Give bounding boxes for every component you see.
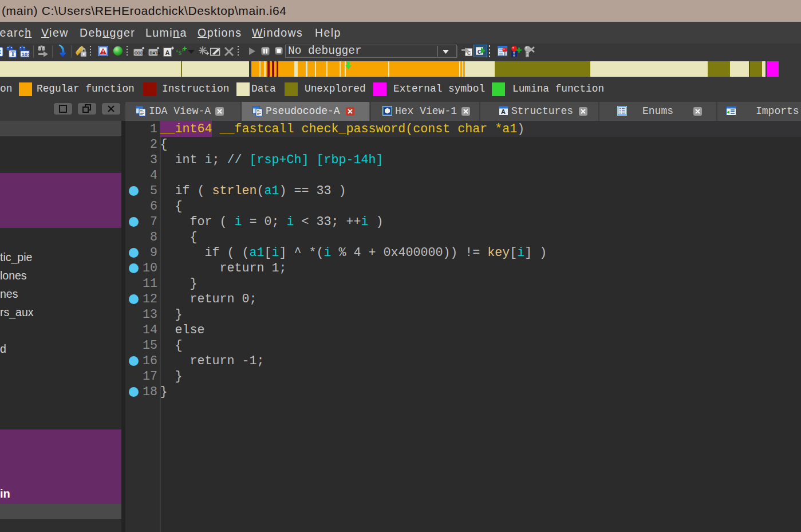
- svg-text:‘s’: ‘s’: [176, 48, 184, 57]
- svg-text:c: c: [478, 48, 482, 56]
- svg-text:A: A: [501, 108, 506, 115]
- svg-text:CODE: CODE: [135, 51, 145, 55]
- svg-text:A: A: [165, 49, 170, 56]
- svg-text:101: 101: [22, 51, 30, 57]
- svg-text:T: T: [11, 50, 15, 58]
- svg-text:DATA: DATA: [149, 51, 160, 55]
